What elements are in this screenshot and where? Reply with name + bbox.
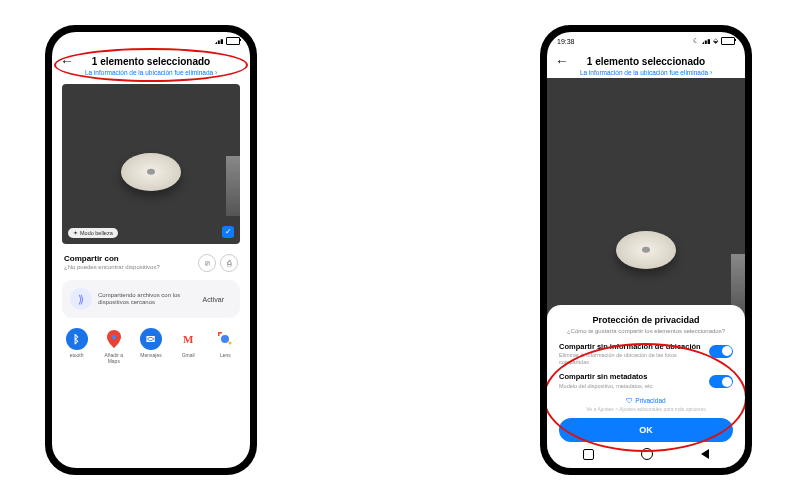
- nav-recents-icon[interactable]: [583, 449, 594, 460]
- cast-icon[interactable]: ⎚: [198, 254, 216, 272]
- page-title: 1 elemento seleccionado: [60, 56, 242, 67]
- phone-right: 19:38 ☾ ⬙ ← 1 elemento seleccionado La i…: [540, 25, 752, 475]
- back-icon[interactable]: ←: [555, 54, 569, 68]
- selected-photo[interactable]: ✦ Modo belleza ✓: [62, 84, 240, 244]
- share-with-hint[interactable]: ¿No puedes encontrar dispositivos?: [64, 264, 194, 270]
- option-share-no-location: Compartir sin información de ubicación E…: [559, 343, 733, 365]
- activate-button[interactable]: Activar: [195, 292, 232, 307]
- sheet-title: Protección de privacidad: [559, 315, 733, 325]
- app-label: Lens: [210, 352, 240, 358]
- toggle-no-location[interactable]: [709, 345, 733, 358]
- privacy-link-label: Privacidad: [635, 397, 665, 404]
- wifi-icon: ⬙: [713, 37, 718, 45]
- phone-left: ← 1 elemento seleccionado La información…: [45, 25, 257, 475]
- sheet-question: ¿Cómo te gustaría compartir los elemento…: [559, 328, 733, 335]
- location-removed-link[interactable]: La información de la ubicación fue elimi…: [60, 69, 242, 76]
- nav-back-icon[interactable]: [701, 449, 709, 459]
- app-lens[interactable]: Lens: [210, 328, 240, 364]
- app-label: Añadir a Maps: [99, 352, 129, 364]
- svg-point-0: [112, 335, 116, 339]
- app-label: etooth: [62, 352, 92, 358]
- share-with-title: Compartir con: [64, 254, 194, 263]
- statusbar: 19:38 ☾ ⬙: [547, 32, 745, 48]
- option-share-no-metadata: Compartir sin metadatos Modelo del dispo…: [559, 373, 733, 389]
- app-label: Mensajes: [136, 352, 166, 358]
- messages-icon: ✉: [140, 328, 162, 350]
- privacy-sheet: Protección de privacidad ¿Cómo te gustar…: [547, 305, 745, 468]
- dimmed-photo-bg: Protección de privacidad ¿Cómo te gustar…: [547, 78, 745, 468]
- beauty-mode-chip[interactable]: ✦ Modo belleza: [68, 228, 118, 238]
- photo-subject: [121, 153, 181, 191]
- signal-icon: [215, 38, 223, 44]
- option-title: Compartir sin información de ubicación: [559, 343, 703, 352]
- statusbar: [52, 32, 250, 48]
- nav-home-icon[interactable]: [641, 448, 653, 460]
- nearby-share-card: ⟫ Compartiendo archivos con los disposit…: [62, 280, 240, 318]
- header: ← 1 elemento seleccionado La información…: [52, 48, 250, 78]
- privacy-link[interactable]: 🛡 Privacidad: [559, 397, 733, 404]
- sparkle-icon: ✦: [73, 230, 78, 236]
- selection-check-icon[interactable]: ✓: [222, 226, 234, 238]
- svg-rect-4: [218, 332, 220, 336]
- screen-left: ← 1 elemento seleccionado La información…: [52, 32, 250, 468]
- status-time: 19:38: [557, 38, 575, 45]
- share-with-row: Compartir con ¿No puedes encontrar dispo…: [52, 248, 250, 274]
- android-navbar: [559, 442, 733, 462]
- signal-icon: [702, 38, 710, 44]
- app-maps[interactable]: Añadir a Maps: [99, 328, 129, 364]
- shield-icon: 🛡: [626, 397, 633, 404]
- screen-right: 19:38 ☾ ⬙ ← 1 elemento seleccionado La i…: [547, 32, 745, 468]
- page-title: 1 elemento seleccionado: [555, 56, 737, 67]
- battery-icon: [721, 37, 735, 45]
- ok-button[interactable]: OK: [559, 418, 733, 442]
- app-bluetooth[interactable]: ᛒ etooth: [62, 328, 92, 364]
- print-icon[interactable]: ⎙: [220, 254, 238, 272]
- option-desc: Eliminar la información de ubicación de …: [559, 352, 703, 365]
- beauty-chip-label: Modo belleza: [80, 230, 113, 236]
- battery-icon: [226, 37, 240, 45]
- app-messages[interactable]: ✉ Mensajes: [136, 328, 166, 364]
- option-desc: Modelo del dispositivo, metadatos, etc.: [559, 383, 703, 389]
- app-share-row: ᛒ etooth Añadir a Maps ✉ Mensajes M Gmai…: [52, 324, 250, 372]
- svg-point-1: [221, 335, 229, 343]
- back-icon[interactable]: ←: [60, 54, 74, 68]
- photo-caliper: [226, 156, 240, 216]
- sheet-hint: Ve a Ajustes > Ajustes adicionales para …: [559, 406, 733, 412]
- svg-point-2: [229, 342, 232, 345]
- app-gmail[interactable]: M Gmail: [173, 328, 203, 364]
- header: ← 1 elemento seleccionado La información…: [547, 48, 745, 78]
- nearby-share-icon: ⟫: [70, 288, 92, 310]
- app-label: Gmail: [173, 352, 203, 358]
- gmail-icon: M: [177, 328, 199, 350]
- bluetooth-icon: ᛒ: [66, 328, 88, 350]
- moon-icon: ☾: [693, 37, 699, 45]
- maps-icon: [103, 328, 125, 350]
- option-title: Compartir sin metadatos: [559, 373, 703, 382]
- location-removed-link[interactable]: La información de la ubicación fue elimi…: [555, 69, 737, 76]
- toggle-no-metadata[interactable]: [709, 375, 733, 388]
- nearby-share-text: Compartiendo archivos con los dispositiv…: [98, 292, 189, 306]
- lens-icon: [214, 328, 236, 350]
- photo-subject: [616, 231, 676, 269]
